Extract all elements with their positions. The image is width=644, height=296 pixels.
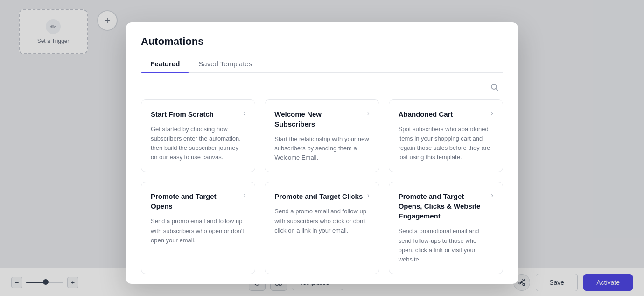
card-promote-target-opens[interactable]: Promote and Target Opens › Send a promo … [141, 182, 255, 274]
card-description: Spot subscribers who abandoned items in … [399, 125, 493, 162]
card-description: Send a promo email and follow up with su… [274, 207, 369, 235]
cards-grid: Start From Scratch › Get started by choo… [141, 99, 503, 274]
card-title: Abandoned Cart [399, 109, 488, 119]
arrow-right-icon: › [244, 109, 246, 117]
modal-title: Automations [141, 35, 503, 48]
card-description: Send a promo email and follow up with su… [151, 217, 245, 245]
modal-overlay: Automations Featured Saved Templates [0, 0, 644, 296]
card-promote-target-clicks[interactable]: Promote and Target Clicks › Send a promo… [265, 182, 379, 274]
card-title: Promote and Target Clicks [274, 191, 364, 201]
search-icon [490, 83, 499, 92]
arrow-right-icon: › [367, 191, 370, 199]
card-title: Promote and Target Opens, Clicks & Websi… [399, 191, 488, 221]
modal-header: Automations Featured Saved Templates [126, 22, 518, 73]
card-abandoned-cart[interactable]: Abandoned Cart › Spot subscribers who ab… [389, 99, 503, 172]
tab-saved-templates[interactable]: Saved Templates [189, 55, 261, 72]
card-promote-target-opens-clicks[interactable]: Promote and Target Opens, Clicks & Websi… [389, 182, 503, 274]
card-title: Welcome New Subscribers [274, 109, 364, 129]
card-description: Start the relationship with your new sub… [274, 134, 369, 162]
arrow-right-icon: › [491, 109, 493, 117]
card-start-from-scratch[interactable]: Start From Scratch › Get started by choo… [141, 99, 255, 172]
card-title: Start From Scratch [151, 109, 240, 119]
card-title: Promote and Target Opens [151, 191, 240, 211]
card-welcome-new-subscribers[interactable]: Welcome New Subscribers › Start the rela… [265, 99, 379, 172]
card-description: Send a promotional email and send follow… [399, 226, 493, 264]
arrow-right-icon: › [244, 191, 246, 199]
tab-featured[interactable]: Featured [141, 55, 189, 72]
search-row [126, 73, 518, 96]
automations-modal: Automations Featured Saved Templates [126, 22, 518, 284]
svg-point-6 [491, 84, 497, 89]
arrow-right-icon: › [367, 109, 370, 117]
modal-body: Start From Scratch › Get started by choo… [126, 96, 518, 284]
search-button[interactable] [486, 79, 503, 96]
modal-tabs: Featured Saved Templates [141, 55, 503, 73]
arrow-right-icon: › [491, 191, 493, 199]
card-description: Get started by choosing how subscribers … [151, 125, 245, 162]
